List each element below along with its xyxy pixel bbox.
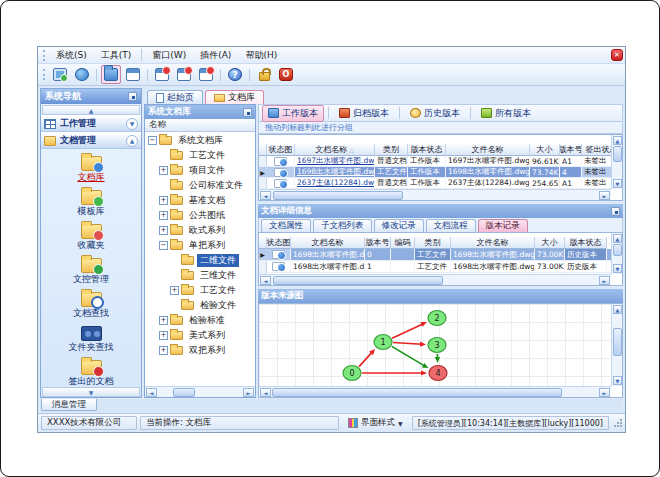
menu-item-2[interactable]: 工具(T) xyxy=(94,48,139,63)
detail-tab-2[interactable]: 子文档列表 xyxy=(313,219,372,232)
version-node-2[interactable]: 2 xyxy=(428,311,446,326)
column-header[interactable]: 大小 xyxy=(530,144,560,156)
table-row[interactable]: 1697出水嘴零件图.dwg普通文档工作版本1697出水嘴零件图.dwg96.6… xyxy=(259,156,611,167)
pin-icon[interactable] xyxy=(611,207,620,216)
collapse-minus-icon[interactable]: − xyxy=(159,241,168,250)
tree-item[interactable]: 二维文件 xyxy=(145,253,255,268)
column-header[interactable]: 编码 xyxy=(391,237,415,249)
column-header[interactable]: 状态图 xyxy=(267,144,295,156)
expand-plus-icon[interactable]: + xyxy=(159,166,168,175)
expand-plus-icon[interactable]: + xyxy=(170,286,179,295)
scrollbar-thumb[interactable] xyxy=(613,244,622,256)
vertical-scrollbar[interactable]: ▲ ▼ xyxy=(611,135,622,189)
scrollbar-thumb[interactable] xyxy=(273,276,443,285)
scroll-right-arrow[interactable]: ► xyxy=(599,388,610,397)
scroll-left-arrow[interactable]: ◄ xyxy=(260,388,271,397)
document-name-link[interactable]: 1697出水嘴零件图.dwg xyxy=(297,156,375,166)
version-node-4[interactable]: 4 xyxy=(429,366,447,381)
column-header[interactable]: 状态图 xyxy=(267,237,291,249)
scrollbar-thumb[interactable] xyxy=(273,191,403,200)
all-version-button[interactable]: 所有版本 xyxy=(475,105,537,122)
pin-icon[interactable] xyxy=(243,108,252,117)
scroll-down-arrow[interactable]: ▼ xyxy=(613,376,622,385)
toolbar-button-monitor[interactable] xyxy=(50,65,70,84)
column-header[interactable]: 文件名称 xyxy=(446,144,530,156)
tree-item[interactable]: 三维文件 xyxy=(145,268,255,283)
detail-tab-5[interactable]: 版本记录 xyxy=(478,219,528,232)
column-header[interactable]: 文件名称 xyxy=(451,237,535,249)
expand-plus-icon[interactable]: + xyxy=(159,226,168,235)
sidebar-group-1[interactable]: 工作管理▼ xyxy=(41,115,141,132)
scroll-down-arrow[interactable]: ▼ xyxy=(613,179,622,188)
sidebar-group-2[interactable]: 文档管理▲ xyxy=(41,132,141,149)
column-header[interactable]: 大小 xyxy=(535,237,565,249)
scroll-left-arrow[interactable]: ◄ xyxy=(260,276,271,285)
sidebar-item-foldersearch[interactable]: 文件夹查找 xyxy=(69,322,114,356)
scroll-right-arrow[interactable]: ► xyxy=(599,276,610,285)
menu-item-5[interactable]: 帮助(H) xyxy=(238,48,284,63)
column-header[interactable]: 版本号 xyxy=(365,237,391,249)
horizontal-scrollbar[interactable]: ◄ ► xyxy=(259,386,611,397)
grip-handle[interactable] xyxy=(43,69,46,80)
expand-plus-icon[interactable]: + xyxy=(159,331,168,340)
tree-item[interactable]: +基准文档 xyxy=(145,193,255,208)
toolbar-button-lock[interactable] xyxy=(254,65,274,84)
archive-version-button[interactable]: 归档版本 xyxy=(333,105,395,122)
column-header[interactable]: 版本状态 xyxy=(408,144,446,156)
scroll-up-arrow[interactable]: ▲ xyxy=(613,234,622,243)
scroll-left-arrow[interactable]: ◄ xyxy=(260,191,271,200)
scroll-down-arrow[interactable]: ▼ xyxy=(613,264,622,273)
scroll-left-arrow[interactable]: ◄ xyxy=(146,388,157,397)
sidebar-item-checkout[interactable]: 签出的文档 xyxy=(69,356,114,386)
scrollbar-thumb[interactable] xyxy=(613,146,622,162)
scroll-up-arrow[interactable]: ▲ xyxy=(613,136,622,145)
work-version-button[interactable]: 工作版本 xyxy=(262,105,324,122)
column-header[interactable]: 文档名称△ xyxy=(295,144,375,156)
version-node-0[interactable]: 0 xyxy=(343,366,361,381)
table-row[interactable]: ▶1698出水嘴零件图.dwg工艺文件工作版本1698出水嘴零件图.dwg73.… xyxy=(259,167,611,178)
close-icon[interactable]: ✕ xyxy=(611,49,623,61)
tree-item[interactable]: +项目文件 xyxy=(145,163,255,178)
document-name-link[interactable]: 2637主体(12284).dwg xyxy=(297,178,375,188)
chevron-up-icon[interactable]: ▲ xyxy=(126,135,138,147)
vertical-scrollbar[interactable]: ▲ ▼ xyxy=(611,233,622,274)
tree-item[interactable]: −系统文档库 xyxy=(145,133,255,148)
scroll-up-arrow[interactable]: ▲ xyxy=(613,305,622,314)
tree-item[interactable]: −单把系列 xyxy=(145,238,255,253)
scrollbar-thumb[interactable] xyxy=(613,328,622,356)
tree-item[interactable]: 公司标准文件 xyxy=(145,178,255,193)
grip-handle[interactable] xyxy=(43,50,46,61)
table-row[interactable]: 2637主体(12284).dwg普通文档工作版本2637主体(12284).d… xyxy=(259,178,611,189)
vertical-scrollbar[interactable]: ▲ ▼ xyxy=(611,304,622,386)
sidebar-scroll-up[interactable]: ▲ xyxy=(42,105,140,115)
tab-document-library[interactable]: 文档库 xyxy=(205,90,264,104)
toolbar-button-window-new[interactable] xyxy=(152,65,172,84)
tab-message-management[interactable]: 消息管理 xyxy=(41,399,97,411)
toolbar-button-window-remove[interactable] xyxy=(174,65,194,84)
document-name-link[interactable]: 1698出水嘴零件图.dwg xyxy=(297,167,375,177)
expand-plus-icon[interactable]: + xyxy=(159,316,168,325)
scroll-right-arrow[interactable]: ► xyxy=(599,191,610,200)
menu-item-4[interactable]: 插件(A) xyxy=(193,48,238,63)
history-version-button[interactable]: 历史版本 xyxy=(404,105,466,122)
toolbar-button-window-close[interactable] xyxy=(196,65,216,84)
resize-grip[interactable] xyxy=(614,419,622,427)
toolbar-button-window-layout[interactable] xyxy=(123,65,143,84)
menu-item-1[interactable]: 系统(S) xyxy=(49,48,94,63)
tree-item[interactable]: 检验文件 xyxy=(145,298,255,313)
tree-item[interactable]: 工艺文件 xyxy=(145,148,255,163)
column-header[interactable]: 类别 xyxy=(415,237,451,249)
sidebar-item-docsearch[interactable]: 文档查找 xyxy=(73,288,109,322)
horizontal-scrollbar[interactable]: ◄ ► xyxy=(259,189,611,200)
expand-plus-icon[interactable]: + xyxy=(159,196,168,205)
scroll-right-arrow[interactable]: ► xyxy=(243,388,254,397)
toolbar-button-help[interactable] xyxy=(225,65,245,84)
sidebar-scroll-down[interactable]: ▼ xyxy=(42,387,140,397)
column-header[interactable]: 文档名称 xyxy=(291,237,365,249)
collapse-minus-icon[interactable]: − xyxy=(148,136,157,145)
tree-item[interactable]: +双把系列 xyxy=(145,343,255,358)
expand-plus-icon[interactable]: + xyxy=(159,211,168,220)
toolbar-button-exit[interactable] xyxy=(276,65,296,84)
tree-item[interactable]: +工艺文件 xyxy=(145,283,255,298)
table-row[interactable]: ▶1698出水嘴零件图.dwg0工艺文件1698出水嘴零件图.dwg73.00K… xyxy=(259,249,611,261)
